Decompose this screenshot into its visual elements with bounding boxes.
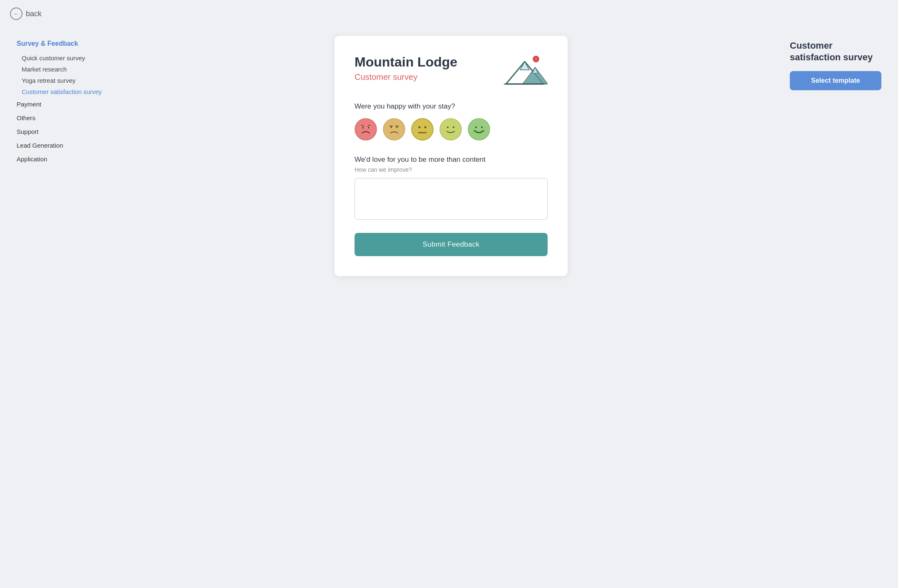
sidebar-item-others[interactable]: Others	[17, 111, 112, 125]
sidebar-item-lead-generation[interactable]: Lead Generation	[17, 138, 112, 152]
right-panel-title: Customer satisfaction survey	[790, 40, 881, 63]
card-title: Mountain Lodge	[355, 54, 457, 70]
sidebar: Survey & Feedback Quick customer survey …	[17, 36, 112, 166]
improve-sublabel: How can we improve?	[355, 166, 548, 173]
back-arrow-icon: ←	[10, 7, 22, 20]
happy-question: Were you happy with your stay?	[355, 102, 548, 111]
svg-point-9	[362, 127, 364, 128]
improve-textarea[interactable]	[355, 178, 548, 220]
sidebar-item-support[interactable]: Support	[17, 125, 112, 138]
sidebar-item-customer-satisfaction[interactable]: Customer satisfaction survey	[17, 86, 112, 97]
card-subtitle: Customer survey	[355, 72, 457, 82]
submit-button[interactable]: Submit Feedback	[355, 233, 548, 256]
svg-point-22	[453, 126, 454, 128]
svg-point-25	[481, 126, 483, 128]
back-button[interactable]: ← back	[0, 0, 898, 27]
improve-label: We'd love for you to be more than conten…	[355, 156, 548, 164]
svg-point-13	[396, 126, 398, 128]
svg-point-23	[468, 119, 490, 140]
svg-point-0	[533, 56, 539, 62]
svg-point-10	[368, 127, 370, 128]
svg-point-16	[412, 119, 433, 140]
svg-point-11	[383, 119, 405, 140]
emoji-slightly-happy[interactable]	[439, 118, 462, 141]
sidebar-item-application[interactable]: Application	[17, 152, 112, 166]
sidebar-item-market-research[interactable]: Market research	[17, 64, 112, 75]
select-template-button[interactable]: Select template	[790, 71, 881, 90]
card-wrapper: Mountain Lodge Customer survey	[112, 36, 790, 276]
right-panel: Customer satisfaction survey Select temp…	[790, 36, 881, 90]
svg-point-12	[390, 126, 392, 128]
sidebar-item-payment[interactable]: Payment	[17, 97, 112, 111]
emoji-happy[interactable]	[468, 118, 490, 141]
card-titles: Mountain Lodge Customer survey	[355, 54, 457, 82]
svg-point-21	[447, 126, 449, 128]
svg-point-18	[424, 126, 427, 128]
card-header: Mountain Lodge Customer survey	[355, 54, 548, 87]
survey-card: Mountain Lodge Customer survey	[335, 36, 568, 276]
mountain-illustration	[502, 54, 548, 87]
sidebar-item-yoga-retreat-survey[interactable]: Yoga retreat survey	[17, 75, 112, 86]
svg-point-24	[475, 126, 477, 128]
sidebar-item-quick-customer-survey[interactable]: Quick customer survey	[17, 52, 112, 64]
emoji-unhappy[interactable]	[383, 118, 405, 141]
svg-point-20	[440, 119, 461, 140]
emoji-very-unhappy[interactable]	[355, 118, 377, 141]
back-label: back	[26, 10, 42, 18]
svg-point-6	[355, 119, 377, 140]
main-layout: Survey & Feedback Quick customer survey …	[0, 27, 898, 293]
emoji-row	[355, 118, 548, 141]
sidebar-category-survey-feedback[interactable]: Survey & Feedback	[17, 40, 112, 47]
emoji-neutral[interactable]	[411, 118, 434, 141]
svg-point-17	[419, 126, 421, 128]
